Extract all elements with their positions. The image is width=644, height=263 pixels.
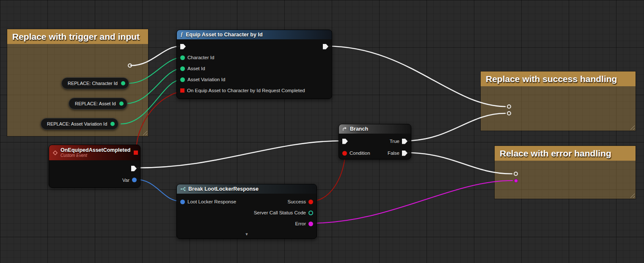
wire-exec-event-to-branch[interactable]	[136, 141, 343, 168]
output-pin[interactable]	[110, 122, 115, 126]
node-title: Branch	[350, 126, 368, 132]
node-custom-event[interactable]: OnEquipedAssetCompleted Custom Event Var	[49, 145, 140, 188]
node-equip-asset-to-character[interactable]: ƒ Equip Asset to Character by Id Charact…	[176, 30, 332, 99]
pin-label: Server Call Status Code	[254, 210, 306, 215]
node-subtitle: Custom Event	[61, 153, 130, 158]
exec-out-pin[interactable]	[131, 166, 137, 171]
success-out-pin[interactable]	[308, 200, 313, 204]
exec-in-pin[interactable]	[342, 139, 348, 144]
comment-body	[481, 86, 636, 131]
pin-label: Var	[122, 178, 129, 183]
comment-header[interactable]: Relace with error handling	[495, 146, 636, 161]
delegate-out-pin[interactable]	[134, 151, 138, 155]
exec-out-pin[interactable]	[323, 44, 328, 49]
reroute-pin-error-exec[interactable]	[514, 172, 518, 176]
delegate-pin[interactable]	[180, 88, 184, 93]
comment-title: Replace with trigger and input	[12, 32, 140, 41]
reroute-pin-success-2[interactable]	[507, 111, 511, 115]
output-pin[interactable]	[121, 81, 125, 85]
pin-label: On Equip Asset to Character by Id Reques…	[187, 88, 305, 93]
node-branch[interactable]: Branch True Condition False	[339, 124, 411, 159]
node-title: Equip Asset to Character by Id	[186, 32, 263, 38]
var-label: REPLACE: Asset Id	[75, 101, 116, 106]
wire-error-to-comment[interactable]	[310, 181, 512, 223]
pin-label: Character Id	[187, 55, 214, 60]
asset-id-pin[interactable]	[180, 66, 185, 71]
node-header[interactable]: ƒ Equip Asset to Character by Id	[177, 30, 332, 39]
pin-label: Asset Id	[187, 66, 205, 71]
error-out-pin[interactable]	[308, 222, 313, 226]
node-title: Break LootLockerResponse	[188, 186, 259, 192]
false-exec-pin[interactable]	[402, 151, 407, 156]
true-exec-pin[interactable]	[402, 139, 407, 144]
var-node-character-id[interactable]: REPLACE: Character Id	[61, 77, 129, 89]
pin-label: True	[390, 139, 399, 144]
pin-label: Asset Variation Id	[187, 77, 225, 82]
comment-title: Relace with error handling	[500, 148, 611, 158]
reroute-pin-error-data[interactable]	[514, 179, 518, 183]
condition-pin[interactable]	[342, 151, 347, 156]
var-node-asset-id[interactable]: REPLACE: Asset Id	[69, 98, 127, 110]
status-code-out-pin[interactable]	[308, 211, 313, 215]
node-break-lootlocker-response[interactable]: Break LootLockerResponse Loot Locker Res…	[176, 184, 317, 239]
reroute-pin-trigger[interactable]	[128, 63, 132, 68]
function-icon: ƒ	[180, 31, 183, 38]
comment-header[interactable]: Replace with success handling	[481, 71, 636, 86]
comment-title: Replace with success handling	[486, 74, 617, 84]
asset-variation-id-pin[interactable]	[180, 77, 185, 82]
response-in-pin[interactable]	[180, 200, 185, 204]
pin-label: Error	[295, 221, 306, 226]
break-struct-icon	[180, 186, 186, 192]
node-title: OnEquipedAssetCompleted	[61, 147, 130, 153]
node-header[interactable]: Branch	[339, 124, 411, 134]
pin-label: Condition	[350, 151, 370, 156]
comment-success-handling[interactable]: Replace with success handling	[480, 71, 636, 131]
var-out-pin[interactable]	[132, 178, 137, 182]
event-icon	[52, 150, 58, 156]
var-node-asset-variation-id[interactable]: REPLACE: Asset Variation Id	[41, 118, 118, 130]
comment-header[interactable]: Replace with trigger and input	[7, 29, 148, 44]
node-header[interactable]: Break LootLockerResponse	[177, 184, 316, 194]
output-pin[interactable]	[119, 101, 124, 106]
pin-label: Success	[288, 199, 306, 204]
var-label: REPLACE: Asset Variation Id	[47, 121, 107, 126]
branch-icon	[342, 126, 347, 132]
wire-exec-equip-to-success[interactable]	[326, 46, 505, 107]
node-header[interactable]: OnEquipedAssetCompleted Custom Event	[49, 145, 140, 160]
reroute-pin-success-1[interactable]	[507, 104, 511, 109]
wire-var-to-response[interactable]	[135, 179, 182, 201]
character-id-pin[interactable]	[180, 55, 185, 60]
exec-in-pin[interactable]	[180, 44, 186, 49]
blueprint-graph[interactable]: Replace with trigger and input Replace w…	[0, 0, 644, 263]
pin-label: Loot Locker Response	[187, 199, 236, 204]
pin-label: False	[388, 151, 399, 156]
var-label: REPLACE: Character Id	[68, 81, 118, 86]
collapse-arrow-icon[interactable]: ▼	[177, 231, 316, 237]
